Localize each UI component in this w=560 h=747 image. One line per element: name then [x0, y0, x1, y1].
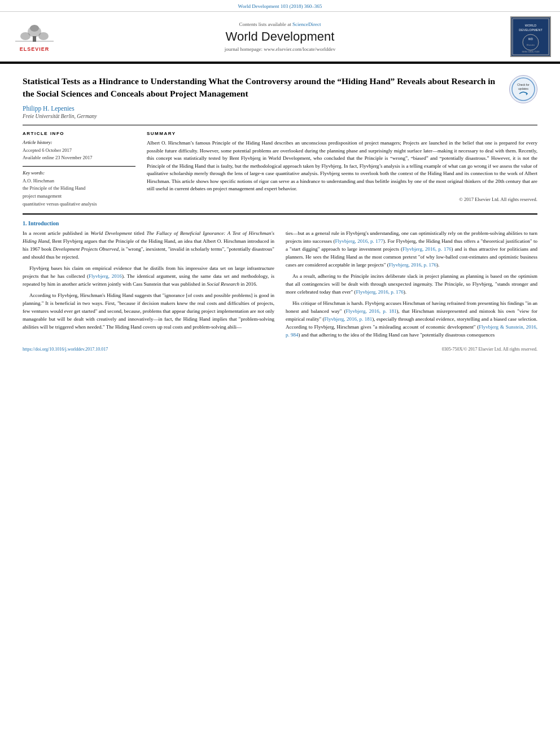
- svg-text:DEVELOPMENT: DEVELOPMENT: [519, 28, 542, 32]
- title-text-block: Statistical Tests as a Hindrance to Unde…: [23, 75, 500, 119]
- journal-info: World Development 103 (2018) 360–365: [238, 3, 322, 9]
- copyright-line: © 2017 Elsevier Ltd. All rights reserved…: [147, 196, 537, 202]
- article-title-section: Statistical Tests as a Hindrance to Unde…: [23, 75, 537, 119]
- elsevier-tree-icon: ELSEVIER: [14, 24, 55, 56]
- flyvbjerg-2016-link-3[interactable]: Flyvbjerg, 2016, p. 176: [403, 246, 452, 252]
- keywords-label: Key words:: [23, 170, 135, 176]
- body-section: 1. Introduction In a recent article publ…: [23, 220, 537, 342]
- svg-rect-4: [33, 36, 36, 42]
- flyvbjerg-sunstein-link[interactable]: Flyvbjerg & Sunstein, 2016, p. 984: [286, 324, 537, 338]
- article-history-label: Article history:: [23, 139, 135, 145]
- flyvbjerg-2016-link-1[interactable]: Flyvbjerg, 2016: [89, 273, 122, 279]
- body-p1: In a recent article published in World D…: [23, 230, 274, 261]
- body-col-2: ties—but as a general rule in Flyvbjerg'…: [286, 230, 537, 342]
- article-dates: Accepted 6 October 2017 Available online…: [23, 147, 135, 161]
- homepage-line: journal homepage: www.elsevier.com/locat…: [60, 46, 500, 52]
- elsevier-logo: ELSEVIER: [9, 18, 60, 56]
- main-content: Statistical Tests as a Hindrance to Unde…: [0, 64, 560, 359]
- section-title: Introduction: [28, 220, 59, 226]
- svg-text:Elsevier: Elsevier: [527, 43, 535, 46]
- body-col-1: In a recent article published in World D…: [23, 230, 274, 342]
- check-updates-badge: Check for updates: [509, 75, 537, 103]
- body-top-divider: [23, 213, 537, 215]
- summary-header: SUMMARY: [147, 131, 537, 136]
- author-name: Philipp H. Lepenies: [23, 105, 500, 112]
- author-affiliation: Freie Universität Berlin, Germany: [23, 113, 500, 119]
- body-p4: ties—but as a general rule in Flyvbjerg'…: [286, 230, 537, 269]
- info-inner-divider: [23, 166, 135, 167]
- footer-links: https://doi.org/10.1016/j.worlddev.2017.…: [23, 347, 537, 352]
- summary-col: SUMMARY Albert O. Hirschman’s famous Pri…: [147, 131, 537, 208]
- header-right: WORLD DEVELOPMENT WD Elsevier ISSN: 0305…: [500, 16, 551, 57]
- flyvbjerg-2016-link-2[interactable]: Flyvbjerg, 2016, p. 177: [335, 238, 383, 244]
- accepted-date: Accepted 6 October 2017: [23, 147, 72, 153]
- kw-3: project management: [23, 193, 135, 200]
- journal-title: World Development: [60, 29, 500, 44]
- body-p6: His critique of Hirschman is harsh. Flyv…: [286, 300, 537, 339]
- header-center: Contents lists available at ScienceDirec…: [60, 21, 500, 52]
- body-p3: According to Flyvbjerg, Hirschman's Hidi…: [23, 292, 274, 331]
- article-info-header: ARTICLE INFO: [23, 131, 135, 136]
- svg-point-3: [38, 32, 49, 40]
- issn-text: 0305-750X/© 2017 Elsevier Ltd. All right…: [442, 347, 537, 352]
- body-p2: Flyvbjerg bases his claim on empirical e…: [23, 265, 274, 289]
- flyvbjerg-2016-link-6[interactable]: Flyvbjerg, 2016, p. 181: [346, 308, 397, 314]
- sciencedirect-link[interactable]: ScienceDirect: [292, 21, 321, 27]
- kw-2: the Principle of the Hiding Hand: [23, 185, 135, 193]
- svg-text:updates: updates: [518, 87, 528, 90]
- keywords-list: A.O. Hirschman the Principle of the Hidi…: [23, 177, 135, 208]
- flyvbjerg-2016-link-5[interactable]: Flyvbjerg, 2016, p. 176: [356, 289, 403, 295]
- svg-point-5: [30, 25, 39, 32]
- svg-text:ELSEVIER: ELSEVIER: [20, 46, 50, 52]
- kw-1: A.O. Hirschman: [23, 177, 135, 185]
- body-p5: As a result, adhering to the Principle i…: [286, 273, 537, 296]
- and-text: and: [301, 332, 309, 338]
- body-two-col: In a recent article published in World D…: [23, 230, 537, 342]
- article-main-title: Statistical Tests as a Hindrance to Unde…: [23, 75, 500, 99]
- flyvbjerg-2016-link-4[interactable]: Flyvbjerg, 2016, p. 176: [389, 262, 436, 268]
- section1-heading: 1. Introduction: [23, 220, 537, 226]
- svg-point-2: [20, 32, 30, 40]
- flyvbjerg-2016-link-7[interactable]: Flyvbjerg, 2016, p. 181: [324, 316, 372, 322]
- svg-text:Check for: Check for: [517, 83, 530, 86]
- header-area: ELSEVIER Contents lists available at Sci…: [0, 12, 560, 63]
- article-info-col: ARTICLE INFO Article history: Accepted 6…: [23, 131, 135, 208]
- info-summary-section: ARTICLE INFO Article history: Accepted 6…: [23, 131, 537, 208]
- kw-4: quantitative versus qualitative analysis: [23, 200, 135, 208]
- section-number: 1.: [23, 220, 27, 226]
- svg-text:WD: WD: [528, 37, 533, 41]
- top-bar: World Development 103 (2018) 360–365: [0, 0, 560, 12]
- contents-line: Contents lists available at ScienceDirec…: [60, 21, 500, 27]
- doi-link[interactable]: https://doi.org/10.1016/j.worlddev.2017.…: [23, 347, 108, 352]
- svg-text:ISSN: 0305-750X: ISSN: 0305-750X: [522, 50, 539, 53]
- summary-text: Albert O. Hirschman’s famous Principle o…: [147, 139, 537, 193]
- title-divider: [23, 125, 537, 125]
- available-date: Available online 23 November 2017: [23, 155, 93, 160]
- svg-text:WORLD: WORLD: [525, 24, 537, 27]
- journal-badge: WORLD DEVELOPMENT WD Elsevier ISSN: 0305…: [510, 16, 551, 57]
